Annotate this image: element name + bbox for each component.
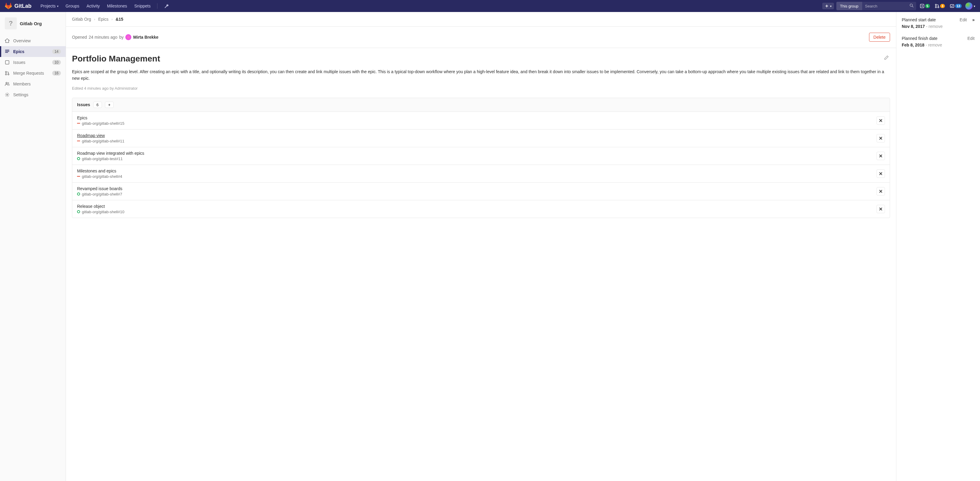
issue-row: Release objectgitlab-org/gitlab-shell#10 xyxy=(72,200,890,218)
remove-issue-button[interactable] xyxy=(877,152,885,160)
issue-row: Epicsgitlab-org/gitlab-shell#15 xyxy=(72,112,890,129)
issue-ref[interactable]: gitlab-org/gitlab-test#11 xyxy=(82,156,123,161)
close-icon xyxy=(879,154,883,158)
status-open-icon xyxy=(77,157,80,160)
issue-ref[interactable]: gitlab-org/gitlab-shell#11 xyxy=(82,139,124,143)
plus-icon xyxy=(825,4,829,8)
sidebar-item-merge-requests[interactable]: Merge Requests 16 xyxy=(0,68,66,78)
epic-header: Opened 24 minutes ago by Mirta Brekke De… xyxy=(66,27,896,48)
sidebar-item-label: Merge Requests xyxy=(13,71,44,76)
status-closed-icon xyxy=(77,141,80,141)
issue-title[interactable]: Release object xyxy=(77,204,124,209)
close-icon xyxy=(879,119,883,123)
sidebar-item-label: Issues xyxy=(13,60,25,65)
nav-activity[interactable]: Activity xyxy=(84,0,103,12)
nav-groups[interactable]: Groups xyxy=(63,0,83,12)
svg-point-7 xyxy=(5,72,6,73)
search-input[interactable] xyxy=(862,2,916,10)
edit-title-button[interactable] xyxy=(883,54,890,62)
svg-point-8 xyxy=(5,74,6,75)
issue-ref[interactable]: gitlab-org/gitlab-shell#7 xyxy=(82,192,122,196)
new-dropdown[interactable]: ▾ xyxy=(822,3,834,9)
gitlab-logo[interactable]: GitLab xyxy=(5,2,32,10)
delete-button[interactable]: Delete xyxy=(869,33,890,42)
admin-wrench[interactable] xyxy=(161,0,172,12)
issues-count: 6 xyxy=(93,102,102,108)
finish-date-value: Feb 8, 2018 xyxy=(902,43,924,48)
nav-milestones[interactable]: Milestones xyxy=(104,0,130,12)
user-menu[interactable]: ▾ xyxy=(965,2,975,10)
search-icon xyxy=(910,3,914,9)
sidebar-item-members[interactable]: Members xyxy=(0,78,66,89)
issue-row: Roadmap viewgitlab-org/gitlab-shell#11 xyxy=(72,129,890,147)
nav-mrs-badge: 3 xyxy=(940,4,945,8)
nav-mrs-count[interactable]: 3 xyxy=(934,3,946,8)
issue-row: Revamped issue boardsgitlab-org/gitlab-s… xyxy=(72,183,890,200)
sidebar-item-overview[interactable]: Overview xyxy=(0,35,66,46)
navbar-right: ▾ This group 5 3 13 ▾ xyxy=(822,2,975,10)
group-avatar: ? xyxy=(5,18,17,29)
sidebar-item-epics[interactable]: Epics 14 xyxy=(0,46,66,57)
close-icon xyxy=(879,137,883,140)
remove-issue-button[interactable] xyxy=(877,134,885,142)
chevron-right-icon: › xyxy=(111,18,113,21)
nav-todos-count[interactable]: 13 xyxy=(948,3,963,8)
issue-ref[interactable]: gitlab-org/gitlab-shell#15 xyxy=(82,121,124,126)
collapse-sidebar-button[interactable]: » xyxy=(972,18,975,22)
remove-issue-button[interactable] xyxy=(877,169,885,178)
opened-by: by xyxy=(119,35,124,40)
remove-issue-button[interactable] xyxy=(877,205,885,213)
issues-header: Issues 6 + xyxy=(72,98,890,112)
remove-finish-date[interactable]: - remove xyxy=(924,43,942,48)
issue-title[interactable]: Roadmap view xyxy=(77,133,124,138)
pencil-icon xyxy=(884,55,889,60)
epic-icon xyxy=(5,49,10,54)
nav-projects-label: Projects xyxy=(40,3,56,8)
sidebar-group-header[interactable]: ? Gitlab Org xyxy=(0,14,66,35)
issues-panel: Issues 6 + Epicsgitlab-org/gitlab-shell#… xyxy=(72,98,890,218)
breadcrumb-section[interactable]: Epics xyxy=(98,17,108,22)
merge-request-icon xyxy=(935,3,940,8)
remove-issue-button[interactable] xyxy=(877,116,885,125)
issue-ref[interactable]: gitlab-org/gitlab-shell#10 xyxy=(82,210,124,214)
nav-issues-count[interactable]: 5 xyxy=(918,3,931,8)
nav-snippets[interactable]: Snippets xyxy=(131,0,154,12)
remove-start-date[interactable]: - remove xyxy=(925,24,942,29)
sidebar-item-issues[interactable]: Issues 10 xyxy=(0,57,66,68)
issue-title[interactable]: Milestones and epics xyxy=(77,169,122,173)
issues-title: Issues xyxy=(77,102,90,107)
svg-point-9 xyxy=(8,74,9,75)
top-navbar: GitLab Projects ▾ Groups Activity Milest… xyxy=(0,0,980,12)
sidebar-item-label: Members xyxy=(13,81,30,86)
search-scope[interactable]: This group xyxy=(836,2,862,10)
issue-title[interactable]: Roadmap view integrated with epics xyxy=(77,151,144,156)
author-avatar[interactable] xyxy=(125,34,131,40)
issue-row: Roadmap view integrated with epicsgitlab… xyxy=(72,147,890,165)
issue-title[interactable]: Revamped issue boards xyxy=(77,186,123,191)
edit-start-date[interactable]: Edit xyxy=(959,18,967,22)
remove-issue-button[interactable] xyxy=(877,187,885,196)
issue-ref[interactable]: gitlab-org/gitlab-shell#4 xyxy=(82,174,122,179)
finish-date-label: Planned finish date xyxy=(902,36,937,41)
issues-list: Epicsgitlab-org/gitlab-shell#15Roadmap v… xyxy=(72,112,890,218)
epic-body: Portfolio Management Epics are scoped at… xyxy=(66,48,896,224)
breadcrumb-group[interactable]: Gitlab Org xyxy=(72,17,91,22)
right-sidebar: Planned start date Edit » Nov 8, 2017 - … xyxy=(896,12,980,481)
status-open-icon xyxy=(77,193,80,196)
start-date-value: Nov 8, 2017 xyxy=(902,24,925,29)
sidebar-item-settings[interactable]: Settings xyxy=(0,89,66,100)
edit-finish-date[interactable]: Edit xyxy=(967,36,975,41)
left-sidebar: ? Gitlab Org Overview Epics 14 Issues 10 xyxy=(0,12,66,481)
chevron-down-icon: ▾ xyxy=(830,5,832,8)
tanuki-icon xyxy=(5,2,12,10)
add-issue-button[interactable]: + xyxy=(105,102,114,108)
navbar-left: GitLab Projects ▾ Groups Activity Milest… xyxy=(5,0,172,12)
nav-projects[interactable]: Projects ▾ xyxy=(38,0,62,12)
main-content: Gitlab Org › Epics › &15 Opened 24 minut… xyxy=(66,12,896,481)
sidebar-badge: 10 xyxy=(52,60,61,65)
close-icon xyxy=(879,172,883,175)
status-closed-icon xyxy=(77,176,80,177)
issue-title[interactable]: Epics xyxy=(77,115,124,120)
nav-issues-badge: 5 xyxy=(925,4,930,8)
author-name[interactable]: Mirta Brekke xyxy=(133,35,158,40)
